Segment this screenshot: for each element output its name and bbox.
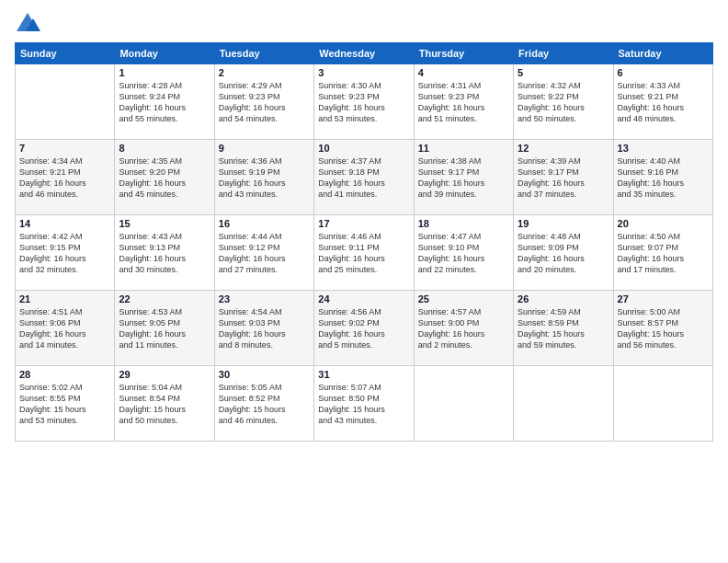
day-number: 7 xyxy=(19,143,110,154)
day-info: Sunrise: 4:30 AM Sunset: 9:23 PM Dayligh… xyxy=(318,80,409,125)
day-number: 25 xyxy=(418,293,509,304)
day-info: Sunrise: 4:37 AM Sunset: 9:18 PM Dayligh… xyxy=(318,155,409,201)
calendar-cell: 21Sunrise: 4:51 AM Sunset: 9:06 PM Dayli… xyxy=(16,291,115,366)
calendar-cell: 14Sunrise: 4:42 AM Sunset: 9:15 PM Dayli… xyxy=(16,215,115,291)
day-info: Sunrise: 4:44 AM Sunset: 9:12 PM Dayligh… xyxy=(219,231,310,276)
calendar-cell: 2Sunrise: 4:29 AM Sunset: 9:23 PM Daylig… xyxy=(214,64,313,140)
day-number: 27 xyxy=(618,293,709,304)
col-header-wednesday: Wednesday xyxy=(314,43,414,64)
calendar-cell: 20Sunrise: 4:50 AM Sunset: 9:07 PM Dayli… xyxy=(613,215,712,291)
calendar-cell: 19Sunrise: 4:48 AM Sunset: 9:09 PM Dayli… xyxy=(514,215,613,291)
calendar-table: SundayMondayTuesdayWednesdayThursdayFrid… xyxy=(15,42,713,442)
day-number: 17 xyxy=(318,218,409,229)
day-number: 14 xyxy=(19,218,110,229)
calendar-cell: 18Sunrise: 4:47 AM Sunset: 9:10 PM Dayli… xyxy=(414,215,513,291)
calendar-cell: 28Sunrise: 5:02 AM Sunset: 8:55 PM Dayli… xyxy=(16,366,115,442)
day-info: Sunrise: 4:35 AM Sunset: 9:20 PM Dayligh… xyxy=(119,155,210,201)
day-number: 28 xyxy=(19,369,110,380)
calendar-cell: 6Sunrise: 4:33 AM Sunset: 9:21 PM Daylig… xyxy=(613,64,712,140)
calendar-cell: 13Sunrise: 4:40 AM Sunset: 9:16 PM Dayli… xyxy=(613,140,712,215)
calendar-cell: 8Sunrise: 4:35 AM Sunset: 9:20 PM Daylig… xyxy=(115,140,214,215)
day-number: 5 xyxy=(518,67,609,78)
day-number: 18 xyxy=(418,218,509,229)
day-number: 6 xyxy=(618,67,709,78)
header xyxy=(15,11,713,37)
day-info: Sunrise: 4:28 AM Sunset: 9:24 PM Dayligh… xyxy=(119,80,210,125)
day-info: Sunrise: 4:36 AM Sunset: 9:19 PM Dayligh… xyxy=(219,155,310,201)
day-info: Sunrise: 5:04 AM Sunset: 8:54 PM Dayligh… xyxy=(119,382,210,427)
day-number: 21 xyxy=(19,293,110,304)
day-number: 29 xyxy=(119,369,210,380)
day-number: 30 xyxy=(219,369,310,380)
day-info: Sunrise: 4:42 AM Sunset: 9:15 PM Dayligh… xyxy=(19,231,110,276)
calendar-cell: 22Sunrise: 4:53 AM Sunset: 9:05 PM Dayli… xyxy=(115,291,214,366)
day-number: 19 xyxy=(518,218,609,229)
day-info: Sunrise: 4:29 AM Sunset: 9:23 PM Dayligh… xyxy=(219,80,310,125)
day-number: 12 xyxy=(518,143,609,154)
calendar-cell: 4Sunrise: 4:31 AM Sunset: 9:23 PM Daylig… xyxy=(414,64,513,140)
col-header-monday: Monday xyxy=(115,43,214,64)
col-header-thursday: Thursday xyxy=(414,43,513,64)
logo-icon xyxy=(15,11,40,37)
day-info: Sunrise: 4:48 AM Sunset: 9:09 PM Dayligh… xyxy=(518,231,609,276)
calendar-cell: 16Sunrise: 4:44 AM Sunset: 9:12 PM Dayli… xyxy=(214,215,313,291)
day-info: Sunrise: 4:59 AM Sunset: 8:59 PM Dayligh… xyxy=(518,306,609,351)
day-info: Sunrise: 4:46 AM Sunset: 9:11 PM Dayligh… xyxy=(318,231,409,276)
calendar-week-4: 21Sunrise: 4:51 AM Sunset: 9:06 PM Dayli… xyxy=(16,291,713,366)
day-number: 22 xyxy=(119,293,210,304)
day-number: 20 xyxy=(618,218,709,229)
day-number: 4 xyxy=(418,67,509,78)
calendar-week-2: 7Sunrise: 4:34 AM Sunset: 9:21 PM Daylig… xyxy=(16,140,713,215)
calendar-cell: 26Sunrise: 4:59 AM Sunset: 8:59 PM Dayli… xyxy=(514,291,613,366)
calendar-cell: 30Sunrise: 5:05 AM Sunset: 8:52 PM Dayli… xyxy=(214,366,313,442)
day-info: Sunrise: 4:40 AM Sunset: 9:16 PM Dayligh… xyxy=(618,155,709,201)
calendar-cell: 7Sunrise: 4:34 AM Sunset: 9:21 PM Daylig… xyxy=(16,140,115,215)
calendar-cell: 11Sunrise: 4:38 AM Sunset: 9:17 PM Dayli… xyxy=(414,140,513,215)
day-info: Sunrise: 5:07 AM Sunset: 8:50 PM Dayligh… xyxy=(318,382,409,427)
calendar-week-5: 28Sunrise: 5:02 AM Sunset: 8:55 PM Dayli… xyxy=(16,366,713,442)
day-number: 3 xyxy=(318,67,409,78)
calendar-cell: 17Sunrise: 4:46 AM Sunset: 9:11 PM Dayli… xyxy=(314,215,414,291)
day-info: Sunrise: 5:02 AM Sunset: 8:55 PM Dayligh… xyxy=(19,382,110,427)
col-header-saturday: Saturday xyxy=(613,43,712,64)
page: SundayMondayTuesdayWednesdayThursdayFrid… xyxy=(0,0,728,563)
day-info: Sunrise: 4:54 AM Sunset: 9:03 PM Dayligh… xyxy=(219,306,310,351)
calendar-header-row: SundayMondayTuesdayWednesdayThursdayFrid… xyxy=(16,43,713,64)
day-number: 11 xyxy=(418,143,509,154)
calendar-cell: 12Sunrise: 4:39 AM Sunset: 9:17 PM Dayli… xyxy=(514,140,613,215)
calendar-cell: 3Sunrise: 4:30 AM Sunset: 9:23 PM Daylig… xyxy=(314,64,414,140)
calendar-cell: 24Sunrise: 4:56 AM Sunset: 9:02 PM Dayli… xyxy=(314,291,414,366)
calendar-cell: 23Sunrise: 4:54 AM Sunset: 9:03 PM Dayli… xyxy=(214,291,313,366)
day-number: 24 xyxy=(318,293,409,304)
col-header-friday: Friday xyxy=(514,43,613,64)
calendar-cell: 31Sunrise: 5:07 AM Sunset: 8:50 PM Dayli… xyxy=(314,366,414,442)
col-header-tuesday: Tuesday xyxy=(214,43,313,64)
calendar-cell xyxy=(613,366,712,442)
day-number: 1 xyxy=(119,67,210,78)
day-info: Sunrise: 4:50 AM Sunset: 9:07 PM Dayligh… xyxy=(618,231,709,276)
day-number: 23 xyxy=(219,293,310,304)
day-info: Sunrise: 4:34 AM Sunset: 9:21 PM Dayligh… xyxy=(19,155,110,201)
day-number: 15 xyxy=(119,218,210,229)
day-info: Sunrise: 4:51 AM Sunset: 9:06 PM Dayligh… xyxy=(19,306,110,351)
day-number: 31 xyxy=(318,369,409,380)
day-number: 13 xyxy=(618,143,709,154)
day-info: Sunrise: 4:57 AM Sunset: 9:00 PM Dayligh… xyxy=(418,306,509,351)
day-info: Sunrise: 4:33 AM Sunset: 9:21 PM Dayligh… xyxy=(618,80,709,125)
calendar-cell xyxy=(514,366,613,442)
calendar-cell: 5Sunrise: 4:32 AM Sunset: 9:22 PM Daylig… xyxy=(514,64,613,140)
col-header-sunday: Sunday xyxy=(16,43,115,64)
day-info: Sunrise: 4:53 AM Sunset: 9:05 PM Dayligh… xyxy=(119,306,210,351)
day-info: Sunrise: 4:38 AM Sunset: 9:17 PM Dayligh… xyxy=(418,155,509,201)
day-number: 10 xyxy=(318,143,409,154)
calendar-cell: 15Sunrise: 4:43 AM Sunset: 9:13 PM Dayli… xyxy=(115,215,214,291)
calendar-cell xyxy=(414,366,513,442)
day-info: Sunrise: 4:39 AM Sunset: 9:17 PM Dayligh… xyxy=(518,155,609,201)
day-info: Sunrise: 4:47 AM Sunset: 9:10 PM Dayligh… xyxy=(418,231,509,276)
day-number: 2 xyxy=(219,67,310,78)
calendar-cell: 9Sunrise: 4:36 AM Sunset: 9:19 PM Daylig… xyxy=(214,140,313,215)
day-info: Sunrise: 4:32 AM Sunset: 9:22 PM Dayligh… xyxy=(518,80,609,125)
day-info: Sunrise: 5:05 AM Sunset: 8:52 PM Dayligh… xyxy=(219,382,310,427)
calendar-cell: 29Sunrise: 5:04 AM Sunset: 8:54 PM Dayli… xyxy=(115,366,214,442)
calendar-cell: 10Sunrise: 4:37 AM Sunset: 9:18 PM Dayli… xyxy=(314,140,414,215)
